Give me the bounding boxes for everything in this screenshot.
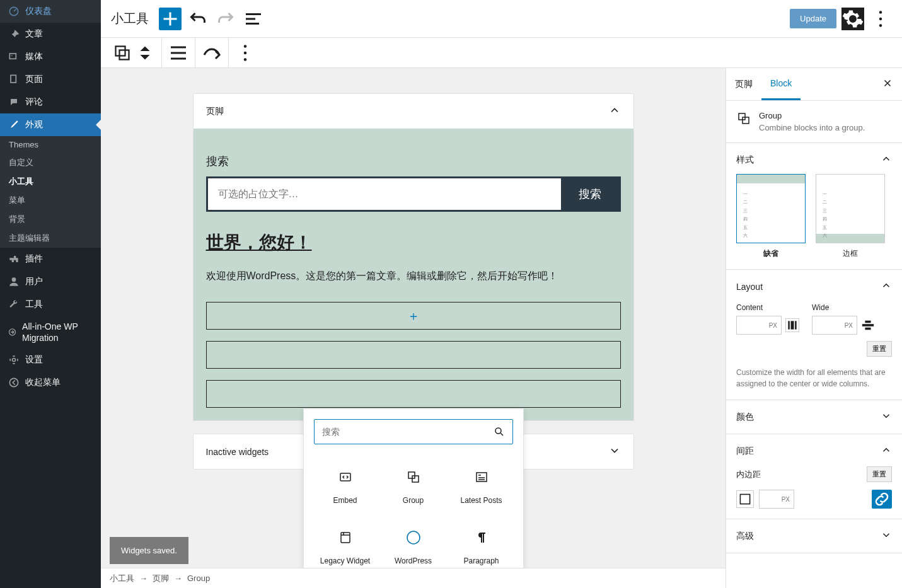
breadcrumb-part[interactable]: 页脚 bbox=[153, 573, 169, 584]
inserter-item-wordpress[interactable]: WordPress bbox=[382, 520, 445, 575]
section-title: 样式 bbox=[736, 154, 754, 166]
block-description: Group Combine blocks into a group. bbox=[726, 101, 902, 143]
embed-icon bbox=[338, 470, 353, 485]
sidebar-item-label: 设置 bbox=[25, 354, 43, 366]
list-view-button[interactable] bbox=[242, 8, 265, 30]
sidebar-item-comments[interactable]: 评论 bbox=[0, 91, 101, 113]
sidebar-item-media[interactable]: 媒体 bbox=[0, 45, 101, 68]
chevron-down-icon bbox=[608, 444, 621, 459]
align-button[interactable] bbox=[167, 42, 190, 64]
tab-area[interactable]: 页脚 bbox=[726, 69, 761, 100]
content-width-input[interactable] bbox=[736, 316, 782, 335]
sidebar-item-tools[interactable]: 工具 bbox=[0, 293, 101, 316]
svg-rect-17 bbox=[340, 473, 350, 481]
chevron-up-icon bbox=[881, 280, 892, 293]
inserter-item-group[interactable]: Group bbox=[382, 459, 445, 515]
style-default[interactable]: 一二三四五六缺省 bbox=[736, 174, 806, 259]
admin-sidebar: 仪表盘 文章 媒体 页面 评论 外观 Themes 自定义 小工具 菜单 背景 … bbox=[0, 0, 101, 588]
transform-button[interactable] bbox=[200, 42, 223, 64]
padding-label: 内边距 bbox=[736, 469, 761, 480]
move-handle[interactable] bbox=[134, 42, 156, 64]
block-appender[interactable]: . bbox=[206, 380, 621, 408]
sidebar-item-label: 收起菜单 bbox=[25, 377, 61, 388]
sidebar-item-dashboard[interactable]: 仪表盘 bbox=[0, 0, 101, 23]
redo-button[interactable] bbox=[214, 8, 237, 30]
section-header[interactable]: 样式 bbox=[736, 153, 892, 166]
inserter-search-input[interactable] bbox=[322, 427, 494, 437]
block-appender[interactable]: ＋ bbox=[206, 302, 621, 330]
sidebar-item-appearance[interactable]: 外观 bbox=[0, 113, 101, 136]
content-unit-icon[interactable] bbox=[785, 318, 799, 332]
padding-reset-button[interactable]: 重置 bbox=[867, 466, 892, 482]
block-toolbar bbox=[101, 38, 902, 68]
sidebar-item-pages[interactable]: 页面 bbox=[0, 68, 101, 91]
svg-rect-31 bbox=[740, 494, 749, 504]
latest-post-title[interactable]: 世界，您好！ bbox=[206, 231, 621, 255]
svg-point-7 bbox=[9, 379, 18, 387]
padding-side-icon[interactable] bbox=[736, 490, 754, 508]
search-input[interactable] bbox=[208, 178, 561, 210]
svg-point-4 bbox=[12, 277, 16, 282]
close-settings-button[interactable] bbox=[873, 78, 902, 91]
layout-reset-button[interactable]: 重置 bbox=[867, 341, 892, 357]
sidebar-sub-background[interactable]: 背景 bbox=[0, 210, 101, 229]
link-sides-button[interactable] bbox=[872, 490, 892, 509]
wide-width-input[interactable] bbox=[812, 316, 857, 335]
breadcrumb-part[interactable]: Group bbox=[187, 574, 210, 583]
add-block-button[interactable] bbox=[159, 8, 182, 30]
update-button[interactable]: Update bbox=[790, 9, 836, 28]
section-header[interactable]: 高级 bbox=[736, 529, 892, 543]
svg-rect-26 bbox=[788, 321, 790, 329]
inserter-item-legacy-widget[interactable]: Legacy Widget bbox=[314, 520, 377, 575]
sidebar-item-label: 插件 bbox=[25, 253, 43, 265]
settings-toggle-button[interactable] bbox=[841, 8, 864, 30]
block-name: Group bbox=[759, 111, 865, 120]
breadcrumb-sep: → bbox=[139, 574, 147, 583]
page-title: 小工具 bbox=[111, 10, 149, 27]
svg-point-16 bbox=[495, 428, 501, 434]
section-header[interactable]: 颜色 bbox=[736, 410, 892, 424]
sidebar-sub-theme-editor[interactable]: 主题编辑器 bbox=[0, 229, 101, 248]
sidebar-item-plugins[interactable]: 插件 bbox=[0, 248, 101, 270]
sidebar-sub-customize[interactable]: 自定义 bbox=[0, 153, 101, 172]
wide-unit-icon[interactable] bbox=[861, 318, 875, 332]
widget-area-body: 搜索 搜索 世界，您好！ 欢迎使用WordPress。这是您的第一篇文章。编辑或… bbox=[194, 129, 633, 420]
sidebar-item-posts[interactable]: 文章 bbox=[0, 23, 101, 45]
block-appender[interactable]: . bbox=[206, 341, 621, 369]
wordpress-icon bbox=[406, 530, 421, 545]
breadcrumb-part[interactable]: 小工具 bbox=[110, 573, 134, 584]
tab-block[interactable]: Block bbox=[761, 68, 801, 100]
latest-post-excerpt: 欢迎使用WordPress。这是您的第一篇文章。编辑或删除它，然后开始写作吧！ bbox=[206, 270, 621, 283]
more-options-button[interactable] bbox=[869, 8, 892, 30]
workspace: 页脚 搜索 搜索 世界，您好！ 欢迎使用WordPress。这是您的第一篇文章。… bbox=[101, 68, 902, 588]
sidebar-item-label: 工具 bbox=[25, 299, 43, 310]
widget-area-header[interactable]: 页脚 bbox=[194, 94, 633, 129]
undo-button[interactable] bbox=[187, 8, 209, 30]
section-title: 颜色 bbox=[736, 412, 754, 423]
padding-input[interactable] bbox=[759, 490, 794, 509]
chevron-down-icon bbox=[881, 410, 892, 424]
section-header[interactable]: Layout bbox=[736, 280, 892, 293]
sidebar-item-collapse[interactable]: 收起菜单 bbox=[0, 371, 101, 394]
svg-point-10 bbox=[879, 24, 882, 27]
sidebar-item-migration[interactable]: All-in-One WP Migration bbox=[0, 316, 101, 349]
block-type-icon[interactable] bbox=[111, 42, 134, 64]
dashboard-icon bbox=[8, 5, 20, 18]
sidebar-item-settings[interactable]: 设置 bbox=[0, 349, 101, 371]
section-header[interactable]: 间距 bbox=[736, 444, 892, 458]
section-styles: 样式 一二三四五六缺省 一二三四五六边框 bbox=[726, 143, 902, 270]
sidebar-sub-menus[interactable]: 菜单 bbox=[0, 191, 101, 210]
search-submit-button[interactable]: 搜索 bbox=[561, 178, 619, 210]
style-border[interactable]: 一二三四五六边框 bbox=[816, 174, 885, 259]
block-more-button[interactable] bbox=[234, 42, 257, 64]
main: 小工具 Update bbox=[101, 0, 902, 588]
inserter-item-latest-posts[interactable]: Latest Posts bbox=[450, 459, 513, 515]
inserter-item-embed[interactable]: Embed bbox=[314, 459, 377, 515]
chevron-down-icon bbox=[881, 529, 892, 543]
settings-panel: 页脚 Block Group Combine blocks into a gro… bbox=[726, 68, 902, 588]
inserter-item-paragraph[interactable]: Paragraph bbox=[450, 520, 513, 575]
sidebar-sub-widgets[interactable]: 小工具 bbox=[0, 172, 101, 191]
sidebar-item-users[interactable]: 用户 bbox=[0, 270, 101, 293]
paragraph-icon bbox=[474, 530, 489, 545]
sidebar-sub-themes[interactable]: Themes bbox=[0, 136, 101, 153]
